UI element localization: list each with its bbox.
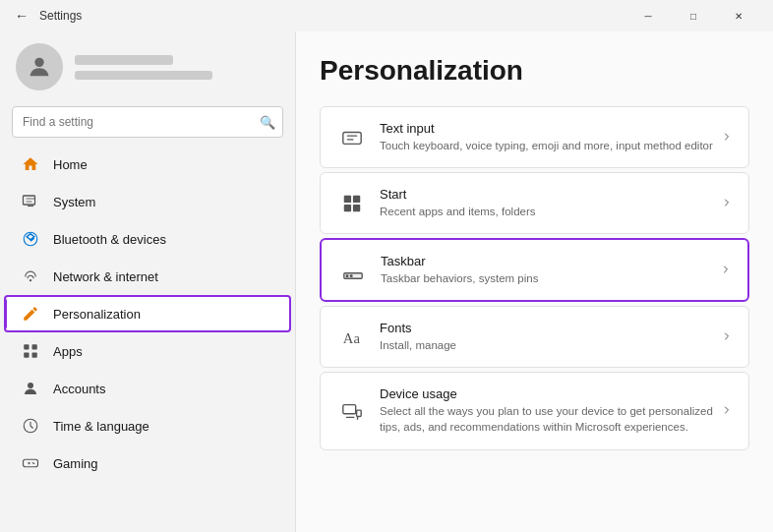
fonts-desc: Install, manage <box>380 337 721 353</box>
sidebar-item-bluetooth[interactable]: Bluetooth & devices <box>4 220 291 258</box>
svg-point-0 <box>34 58 43 67</box>
sidebar-item-label-system: System <box>53 195 95 209</box>
sidebar-item-time[interactable]: Time & language <box>4 407 291 444</box>
svg-rect-5 <box>24 344 29 349</box>
sidebar-item-accounts[interactable]: Accounts <box>4 370 291 407</box>
search-box: 🔍 <box>12 106 283 138</box>
user-name <box>75 55 173 65</box>
taskbar-title: Taskbar <box>381 254 720 268</box>
sidebar-item-personalization[interactable]: Personalization <box>4 295 291 332</box>
sidebar-item-label-personalization: Personalization <box>53 307 141 322</box>
time-icon <box>20 415 41 437</box>
sidebar-nav: HomeSystemBluetooth & devicesNetwork & i… <box>0 146 295 482</box>
svg-rect-2 <box>24 196 35 205</box>
content-panel: Personalization Text inputTouch keyboard… <box>295 31 773 532</box>
sidebar-item-label-home: Home <box>53 157 88 172</box>
start-icon <box>336 188 368 219</box>
sidebar-item-home[interactable]: Home <box>4 146 291 183</box>
sidebar-item-label-apps: Apps <box>53 344 83 359</box>
home-icon <box>20 153 41 175</box>
device-usage-icon <box>336 395 368 427</box>
start-chevron-icon <box>721 196 733 211</box>
svg-point-9 <box>28 383 33 388</box>
accounts-icon <box>20 378 41 399</box>
minimize-button[interactable]: ─ <box>625 0 671 31</box>
sidebar-item-label-accounts: Accounts <box>53 382 105 396</box>
svg-rect-22 <box>357 410 362 416</box>
maximize-button[interactable]: □ <box>671 0 716 31</box>
network-icon <box>20 266 41 287</box>
bluetooth-icon <box>20 228 41 250</box>
start-title: Start <box>380 187 721 202</box>
setting-row-start[interactable]: StartRecent apps and items, folders <box>320 172 749 234</box>
device-usage-desc: Select all the ways you plan to use your… <box>380 403 721 435</box>
text-input-title: Text input <box>380 121 721 136</box>
device-usage-title: Device usage <box>380 386 721 401</box>
taskbar-desc: Taskbar behaviors, system pins <box>381 270 720 286</box>
sidebar-item-label-time: Time & language <box>53 419 149 434</box>
svg-rect-19 <box>350 274 353 277</box>
svg-rect-21 <box>343 405 356 414</box>
search-input[interactable] <box>12 106 283 138</box>
titlebar-controls: ─ □ ✕ <box>625 0 761 31</box>
settings-list: Text inputTouch keyboard, voice typing, … <box>320 106 749 450</box>
svg-rect-14 <box>353 195 360 202</box>
personalization-icon <box>20 303 41 325</box>
start-desc: Recent apps and items, folders <box>380 204 721 219</box>
svg-text:Aa: Aa <box>343 329 361 345</box>
gaming-icon <box>20 452 41 474</box>
sidebar-item-gaming[interactable]: Gaming <box>4 444 291 482</box>
sidebar: 🔍 HomeSystemBluetooth & devicesNetwork &… <box>0 31 295 532</box>
sidebar-item-label-network: Network & internet <box>53 269 158 284</box>
sidebar-item-system[interactable]: System <box>4 183 291 220</box>
taskbar-icon <box>337 255 369 286</box>
svg-rect-11 <box>24 459 38 467</box>
titlebar: ← Settings ─ □ ✕ <box>0 0 773 31</box>
sidebar-item-apps[interactable]: Apps <box>4 332 291 370</box>
sidebar-item-label-gaming: Gaming <box>53 456 98 471</box>
svg-rect-16 <box>353 205 360 211</box>
back-button[interactable]: ← <box>12 6 31 26</box>
fonts-chevron-icon <box>721 329 733 345</box>
sidebar-item-network[interactable]: Network & internet <box>4 258 291 295</box>
svg-point-4 <box>30 279 31 281</box>
user-email <box>75 71 212 80</box>
fonts-title: Fonts <box>380 321 721 335</box>
text-input-desc: Touch keyboard, voice typing, emoji and … <box>380 138 721 153</box>
system-icon <box>20 191 41 212</box>
device-usage-chevron-icon <box>721 403 733 419</box>
svg-rect-8 <box>32 353 37 358</box>
close-button[interactable]: ✕ <box>716 0 761 31</box>
setting-row-fonts[interactable]: AaFontsInstall, manage <box>320 306 749 368</box>
svg-rect-13 <box>344 195 351 202</box>
page-title: Personalization <box>320 55 749 87</box>
text-input-icon <box>336 122 368 153</box>
setting-row-device-usage[interactable]: Device usageSelect all the ways you plan… <box>320 372 749 449</box>
svg-rect-7 <box>24 353 29 358</box>
taskbar-chevron-icon <box>720 263 732 278</box>
apps-icon <box>20 340 41 362</box>
svg-rect-6 <box>32 344 37 349</box>
svg-rect-18 <box>346 274 349 277</box>
svg-rect-1 <box>24 196 35 205</box>
text-input-chevron-icon <box>721 130 733 146</box>
sidebar-item-label-bluetooth: Bluetooth & devices <box>53 232 166 247</box>
svg-rect-15 <box>344 205 351 211</box>
user-profile[interactable] <box>0 31 295 106</box>
setting-row-taskbar[interactable]: TaskbarTaskbar behaviors, system pins <box>320 238 749 302</box>
avatar <box>16 43 63 90</box>
setting-row-text-input[interactable]: Text inputTouch keyboard, voice typing, … <box>320 106 749 168</box>
main-container: 🔍 HomeSystemBluetooth & devicesNetwork &… <box>0 31 773 532</box>
fonts-icon: Aa <box>336 322 368 353</box>
titlebar-title: Settings <box>39 9 625 23</box>
svg-rect-12 <box>343 132 361 144</box>
